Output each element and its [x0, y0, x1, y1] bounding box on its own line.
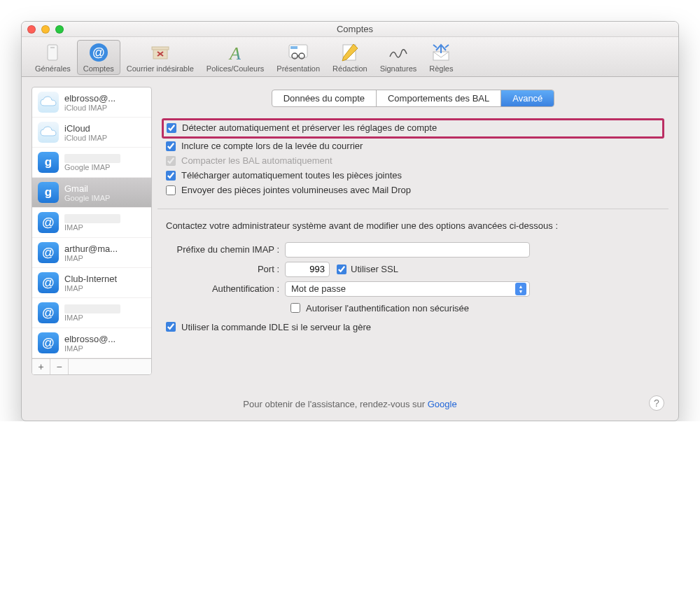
detail-panel: Données du compte Comportements des BAL …	[158, 87, 668, 375]
icloud-icon	[38, 122, 59, 143]
toolbar-label: Comptes	[83, 64, 114, 73]
help-button[interactable]: ?	[649, 395, 664, 411]
sidebar-account[interactable]: @IMAP	[32, 298, 151, 328]
sidebar-account[interactable]: @Club-InternetIMAP	[32, 268, 151, 298]
toolbar-accounts[interactable]: @ Comptes	[77, 40, 120, 75]
maildrop-checkbox[interactable]	[166, 185, 176, 195]
sidebar-account[interactable]: gGmailGoogle IMAP	[32, 178, 151, 208]
toolbar-composing[interactable]: Rédaction	[326, 40, 374, 75]
include-checkbox[interactable]	[166, 141, 176, 151]
toolbar-label: Polices/Couleurs	[206, 64, 265, 73]
sidebar-account[interactable]: iCloudiCloud IMAP	[32, 118, 151, 148]
toolbar-junk[interactable]: Courrier indésirable	[120, 40, 200, 75]
account-name: arthur@ma...	[64, 244, 118, 254]
idle-checkbox[interactable]	[166, 322, 176, 332]
account-sub: Google IMAP	[64, 163, 120, 171]
advanced-note: Contactez votre administrateur système a…	[166, 220, 660, 232]
imap-prefix-label: Préfixe du chemin IMAP :	[166, 244, 285, 255]
preferences-window: Comptes Générales @ Comptes Courrier ind…	[21, 21, 679, 421]
toolbar-label: Rédaction	[332, 64, 368, 73]
svg-rect-1	[50, 47, 55, 48]
svg-text:A: A	[228, 43, 241, 62]
option-label: Envoyer des pièces jointes volumineuses …	[181, 185, 411, 195]
accounts-icon: @	[87, 42, 111, 63]
account-name: Gmail	[64, 183, 110, 194]
toolbar-fonts[interactable]: A Polices/Couleurs	[200, 40, 271, 75]
minimize-window-button[interactable]	[41, 25, 50, 34]
footer-text: Pour obtenir de l'assistance, rendez-vou…	[243, 399, 427, 409]
tab-mailbox-behaviors[interactable]: Comportements des BAL	[377, 90, 501, 106]
footer-link[interactable]: Google	[428, 399, 457, 409]
rules-icon	[429, 42, 453, 63]
viewing-icon	[286, 42, 310, 63]
account-name: Club-Internet	[64, 274, 117, 284]
option-label: Détecter automatiquement et préserver le…	[182, 122, 437, 133]
fonts-icon: A	[223, 42, 247, 63]
imap-prefix-input[interactable]	[285, 242, 530, 258]
toolbar-label: Courrier indésirable	[127, 64, 194, 73]
signatures-icon	[386, 42, 410, 63]
at-icon: @	[38, 332, 59, 353]
toolbar: Générales @ Comptes Courrier indésirable…	[22, 37, 678, 77]
segment-control: Données du compte Comportements des BAL …	[272, 90, 555, 107]
titlebar: Comptes	[22, 22, 678, 37]
remove-account-button[interactable]: −	[50, 359, 69, 374]
account-name	[64, 304, 120, 313]
zoom-window-button[interactable]	[55, 25, 64, 34]
option-label: Inclure ce compte lors de la levée du co…	[181, 141, 363, 151]
account-name	[64, 214, 120, 223]
toolbar-rules[interactable]: Règles	[423, 40, 459, 75]
toolbar-label: Signatures	[380, 64, 417, 73]
toolbar-label: Règles	[429, 64, 453, 73]
ssl-checkbox[interactable]	[337, 265, 346, 274]
window-title: Comptes	[71, 24, 673, 34]
detect-checkbox[interactable]	[167, 123, 176, 133]
port-input[interactable]	[285, 262, 330, 277]
auth-label: Authentification :	[166, 283, 285, 294]
at-icon: @	[38, 242, 59, 263]
accounts-sidebar: elbrosso@...iCloud IMAPiCloudiCloud IMAP…	[31, 87, 152, 375]
highlight-annotation: Détecter automatiquement et préserver le…	[162, 118, 664, 139]
option-label: Télécharger automatiquement toutes les p…	[181, 170, 402, 181]
toolbar-signatures[interactable]: Signatures	[374, 40, 424, 75]
account-sub: iCloud IMAP	[64, 134, 107, 142]
google-icon: g	[38, 182, 59, 203]
auth-value: Mot de passe	[291, 283, 346, 294]
google-icon: g	[38, 152, 59, 173]
account-name: iCloud	[64, 123, 107, 134]
footer: Pour obtenir de l'assistance, rendez-vou…	[22, 385, 678, 421]
sidebar-account[interactable]: @elbrosso@...IMAP	[32, 328, 151, 358]
general-icon	[41, 42, 64, 63]
toolbar-viewing[interactable]: Présentation	[270, 40, 326, 75]
svg-text:@: @	[92, 45, 105, 59]
at-icon: @	[38, 302, 59, 323]
toolbar-label: Générales	[35, 64, 71, 73]
svg-rect-10	[290, 46, 298, 49]
add-account-button[interactable]: +	[32, 359, 50, 374]
idle-label: Utiliser la commande IDLE si le serveur …	[181, 322, 371, 332]
account-sub: IMAP	[64, 284, 117, 293]
toolbar-general[interactable]: Générales	[29, 40, 77, 75]
close-window-button[interactable]	[27, 25, 36, 34]
account-name: elbrosso@...	[64, 334, 115, 344]
unsecure-auth-checkbox[interactable]	[290, 303, 300, 313]
sidebar-account[interactable]: gGoogle IMAP	[32, 148, 151, 178]
sidebar-account[interactable]: @IMAP	[32, 208, 151, 238]
chevron-updown-icon: ▲▼	[515, 283, 526, 295]
download-checkbox[interactable]	[166, 171, 176, 181]
sidebar-account[interactable]: elbrosso@...iCloud IMAP	[32, 87, 151, 118]
account-sub: iCloud IMAP	[64, 104, 115, 112]
tab-advanced[interactable]: Avancé	[501, 90, 554, 106]
unsecure-label: Autoriser l'authentification non sécuris…	[306, 303, 469, 313]
account-sub: IMAP	[64, 344, 115, 353]
account-name	[64, 154, 120, 163]
at-icon: @	[38, 212, 59, 233]
account-name: elbrosso@...	[64, 93, 115, 104]
sidebar-account[interactable]: @arthur@ma...IMAP	[32, 238, 151, 268]
tab-account-info[interactable]: Données du compte	[272, 90, 377, 106]
composing-icon	[338, 42, 362, 63]
icloud-icon	[38, 92, 59, 113]
toolbar-label: Présentation	[276, 64, 320, 73]
port-label: Port :	[166, 264, 285, 274]
auth-select[interactable]: Mot de passe ▲▼	[285, 281, 530, 297]
